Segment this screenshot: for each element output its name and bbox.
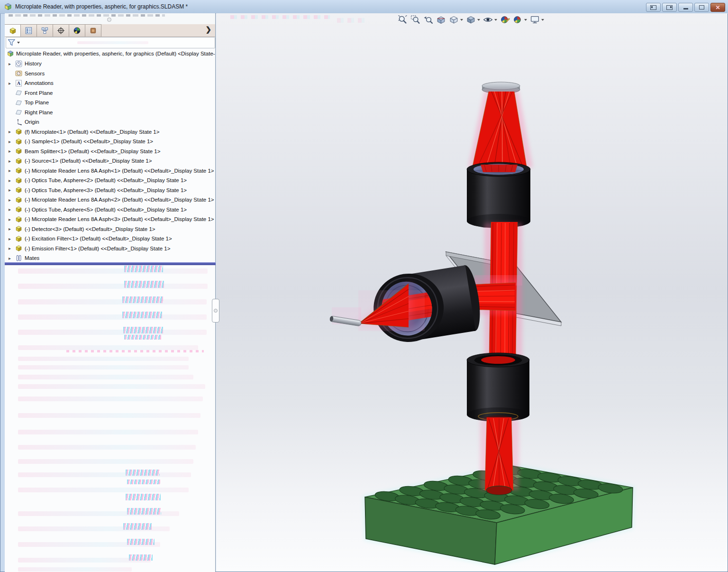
feature-tree: ▸HistorySensors▸AnnotationsFront PlaneTo… (5, 59, 216, 263)
title-bar: Microplate Reader, with properties, asph… (0, 0, 728, 14)
tree-item-right-plane[interactable]: Right Plane (5, 108, 216, 118)
optics-tube-lower[interactable] (467, 353, 529, 422)
window-title: Microplate Reader, with properties, asph… (15, 3, 188, 10)
tree-item-mates[interactable]: ▸Mates (5, 253, 216, 263)
mates-icon (15, 255, 22, 262)
panel-collapse-grip[interactable] (107, 18, 111, 22)
featuremanager-design-tree-tab[interactable] (5, 24, 21, 37)
expand-arrow-icon[interactable]: ▸ (9, 168, 15, 173)
tree-item--excitation-filter-1-default[interactable]: ▸(-) Excitation Filter<1> (Default) <<De… (5, 234, 216, 244)
pane-toggle-right-button[interactable] (662, 3, 677, 12)
expand-arrow-icon[interactable]: ▸ (9, 246, 15, 251)
panel-splitter-bar[interactable] (5, 262, 216, 265)
tree-item-label: (-) Optics Tube, Asphere<5> (Default) <<… (25, 207, 187, 212)
expand-arrow-icon[interactable]: ▸ (9, 139, 15, 144)
expand-arrow-icon[interactable]: ▸ (9, 236, 15, 241)
tree-item--detector-3-default-default-[interactable]: ▸(-) Detector<3> (Default) <<Default>_Di… (5, 224, 216, 234)
tree-item-origin[interactable]: Origin (5, 117, 216, 127)
expand-arrow-icon[interactable]: ▸ (9, 158, 15, 164)
expand-arrow-icon[interactable]: ▸ (9, 148, 15, 154)
pane-toggle-left-button[interactable] (646, 3, 661, 12)
cam-tab[interactable] (85, 24, 101, 37)
tree-item-label: Beam Splitter<1> (Default) <<Default>_Di… (25, 148, 160, 154)
sensors-icon (15, 70, 22, 77)
optics-tube-upper[interactable] (467, 162, 530, 228)
tree-root-item[interactable]: Microplate Reader, with properties, asph… (6, 49, 216, 58)
expand-arrow-icon[interactable]: ▸ (9, 61, 15, 66)
zoom-to-area-button[interactable] (410, 15, 420, 25)
view-orientation-button[interactable] (449, 15, 463, 25)
tree-item--optics-tube-asphere-5-defau[interactable]: ▸(-) Optics Tube, Asphere<5> (Default) <… (5, 205, 216, 215)
feature-manager-panel: ❯ Microplate Reader, with properties, as… (5, 13, 216, 572)
expand-arrow-icon[interactable]: ▸ (9, 81, 15, 86)
displaymanager-tab[interactable] (69, 24, 85, 37)
3d-model-scene[interactable] (216, 13, 728, 572)
expand-arrow-icon[interactable]: ▸ (9, 256, 15, 261)
previous-view-button[interactable] (423, 15, 433, 25)
tree-item-sensors[interactable]: Sensors (5, 69, 216, 79)
section-view-button[interactable] (436, 15, 446, 25)
tree-item--microplate-reader-lens-8a-a[interactable]: ▸(-) Microplate Reader Lens 8A Asph<3> (… (5, 214, 216, 224)
dimxpertmanager-tab[interactable] (53, 24, 69, 37)
close-button[interactable]: ✕ (710, 3, 725, 12)
render-artifact (18, 314, 207, 320)
propertymanager-tab[interactable] (21, 24, 37, 37)
tree-item--emission-filter-1-default-d[interactable]: ▸(-) Emission Filter<1> (Default) <<Defa… (5, 244, 216, 254)
part-icon (15, 148, 22, 155)
tree-item--optics-tube-asphere-2-defau[interactable]: ▸(-) Optics Tube, Asphere<2> (Default) <… (5, 175, 216, 185)
tree-item--sample-1-default-default-di[interactable]: ▸(-) Sample<1> (Default) <<Default>_Disp… (5, 137, 216, 147)
tree-item--source-1-default-default-di[interactable]: ▸(-) Source<1> (Default) <<Default>_Disp… (5, 156, 216, 166)
expand-arrow-icon[interactable]: ▸ (9, 217, 15, 222)
tree-item-beam-splitter-1-default-defa[interactable]: ▸Beam Splitter<1> (Default) <<Default>_D… (5, 147, 216, 157)
render-artifact (18, 375, 193, 379)
flyout-expand-arrow[interactable]: ❯ (205, 26, 211, 33)
expand-arrow-icon[interactable]: ▸ (9, 197, 15, 203)
zoom-to-fit-button[interactable] (398, 15, 408, 25)
expand-arrow-icon[interactable]: ▸ (9, 129, 15, 134)
render-artifact (18, 558, 151, 563)
eye-icon (483, 15, 493, 25)
tree-item-label: (-) Microplate Reader Lens 8A Asph<2> (D… (25, 197, 214, 203)
tree-item--microplate-reader-lens-8a-a[interactable]: ▸(-) Microplate Reader Lens 8A Asph<2> (… (5, 195, 216, 205)
graphics-viewport[interactable] (216, 13, 728, 572)
tree-item--microplate-reader-lens-8a-a[interactable]: ▸(-) Microplate Reader Lens 8A Asph<1> (… (5, 166, 216, 176)
panel-resize-grip[interactable] (212, 299, 219, 323)
display-style-button[interactable] (466, 15, 480, 25)
minimize-icon (683, 8, 688, 9)
tree-item--optics-tube-asphere-3-defau[interactable]: ▸(-) Optics Tube, Asphere<3> (Default) <… (5, 185, 216, 195)
pane-left-icon (650, 5, 656, 10)
tree-item-label: (-) Detector<3> (Default) <<Default>_Dis… (25, 226, 155, 232)
expand-arrow-icon[interactable]: ▸ (9, 187, 15, 193)
part-icon (15, 206, 22, 213)
render-artifact (18, 413, 200, 418)
tree-item-top-plane[interactable]: Top Plane (5, 98, 216, 108)
hide-show-items-button[interactable] (483, 15, 497, 25)
restore-icon (699, 5, 704, 9)
expand-arrow-icon[interactable]: ▸ (9, 178, 15, 183)
tree-filter-input[interactable] (6, 37, 215, 48)
render-artifact (9, 14, 165, 17)
edit-appearance-button[interactable] (500, 15, 510, 25)
tree-item-label: Annotations (25, 80, 54, 86)
expand-arrow-icon[interactable]: ▸ (9, 226, 15, 231)
minimize-button[interactable] (678, 3, 693, 12)
propertymanager-icon (25, 27, 33, 35)
view-settings-button[interactable] (530, 15, 544, 25)
tree-item-annotations[interactable]: ▸Annotations (5, 78, 216, 88)
tree-item-label: (-) Sample<1> (Default) <<Default>_Displ… (25, 138, 153, 144)
configurationmanager-tab[interactable] (37, 24, 53, 37)
tree-item-front-plane[interactable]: Front Plane (5, 88, 216, 98)
render-artifact (18, 430, 198, 434)
tree-item--f-microplate-1-default-defa[interactable]: ▸(f) Microplate<1> (Default) <<Default>_… (5, 127, 216, 137)
tree-item-label: Mates (25, 255, 39, 261)
restore-button[interactable] (694, 3, 709, 12)
part-icon (15, 177, 22, 184)
tree-item-label: (-) Optics Tube, Asphere<2> (Default) <<… (25, 177, 187, 183)
expand-arrow-icon[interactable]: ▸ (9, 207, 15, 212)
plane-icon (15, 99, 22, 106)
render-artifact (124, 335, 161, 340)
apply-scene-button[interactable] (513, 15, 527, 25)
tree-item-label: (-) Excitation Filter<1> (Default) <<Def… (25, 236, 172, 241)
tree-item-history[interactable]: ▸History (5, 59, 216, 69)
previous-view-icon (423, 15, 433, 25)
